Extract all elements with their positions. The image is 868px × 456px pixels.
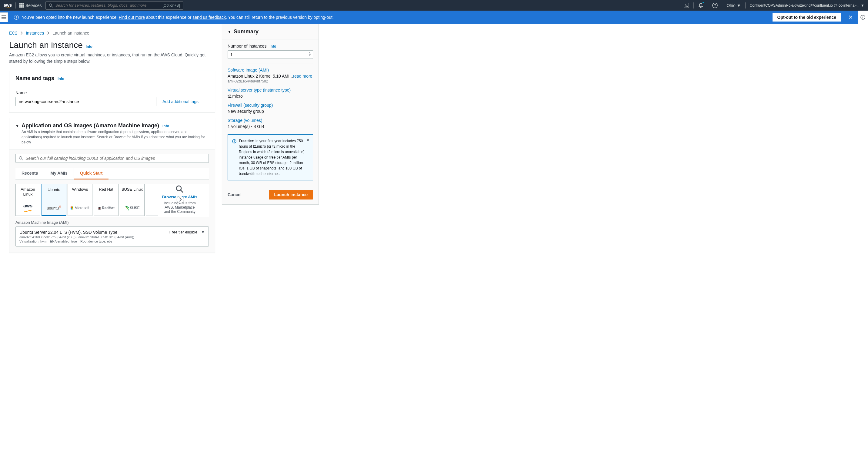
svg-line-15 — [181, 190, 183, 192]
chevron-right-icon — [179, 197, 182, 202]
selected-ami-ids: ami-02f3416038bdb17fb (64-bit (x86)) / a… — [20, 235, 134, 239]
os-tile-ubuntu[interactable]: Ubuntu ubuntu® — [41, 184, 66, 216]
info-link[interactable]: Info — [58, 77, 64, 81]
services-label: Services — [26, 3, 42, 8]
search-input[interactable] — [56, 3, 163, 7]
help-panel-toggle[interactable] — [858, 10, 868, 24]
hamburger-menu[interactable] — [0, 12, 8, 22]
add-additional-tags-link[interactable]: Add additional tags — [162, 99, 198, 104]
region-label: Ohio — [726, 3, 736, 8]
free-tier-text: In your first year includes 750 hours of… — [239, 139, 305, 176]
info-link[interactable]: Info — [86, 44, 92, 49]
action-row: Cancel Launch instance — [222, 185, 318, 204]
search-kbd-hint: [Option+S] — [163, 3, 180, 7]
collapse-caret-icon[interactable]: ▼ — [227, 30, 231, 34]
summary-firewall-value: New security group — [227, 109, 313, 114]
summary-ami-label[interactable]: Software Image (AMI) — [227, 68, 313, 72]
notifications-icon[interactable] — [698, 2, 704, 8]
chevron-right-icon — [20, 31, 23, 35]
chevron-down-icon: ▼ — [201, 230, 205, 234]
svg-rect-18 — [234, 141, 235, 143]
breadcrumb-instances[interactable]: Instances — [26, 31, 44, 35]
info-link[interactable]: Info — [270, 44, 276, 49]
page-description: Amazon EC2 allows you to create virtual … — [9, 52, 215, 65]
svg-line-1 — [52, 6, 53, 7]
name-tags-panel: Name and tags Info Name Add additional t… — [9, 71, 215, 113]
free-tier-bold: Free tier: — [239, 139, 254, 143]
banner-link-feedback[interactable]: send us feedback — [192, 15, 226, 20]
cloudshell-icon[interactable] — [684, 3, 689, 8]
divider — [722, 2, 722, 8]
os-tile-windows[interactable]: Windows Microsoft — [68, 184, 92, 216]
os-tile-more[interactable] — [146, 184, 158, 216]
close-icon[interactable]: ✕ — [306, 137, 310, 144]
cancel-button[interactable]: Cancel — [227, 192, 242, 197]
divider — [16, 2, 16, 8]
breadcrumb: EC2 Instances Launch an instance — [9, 31, 215, 35]
number-stepper-icon[interactable]: ▲▼ — [309, 51, 311, 57]
tab-my-amis[interactable]: My AMIs — [44, 168, 74, 179]
num-instances-input[interactable] — [227, 50, 313, 59]
summary-storage-label[interactable]: Storage (volumes) — [227, 118, 313, 123]
info-icon: i — [14, 15, 19, 20]
panel-header-name-tags: Name and tags Info — [9, 71, 215, 86]
info-icon — [232, 138, 237, 177]
help-icon[interactable] — [712, 3, 718, 8]
divider — [693, 2, 694, 8]
chevron-right-icon — [47, 31, 50, 35]
summary-type-value: t2.micro — [227, 94, 313, 98]
os-tile-row: Amazon Linux aws Ubuntu ubuntu® Windows … — [16, 184, 209, 217]
search-icon — [161, 184, 198, 193]
info-link[interactable]: Info — [162, 124, 169, 128]
os-tile-redhat[interactable]: Red Hat RedHat — [94, 184, 119, 216]
ami-panel: ▼ Application and OS Images (Amazon Mach… — [9, 118, 215, 253]
aws-logo[interactable]: aws — [4, 2, 12, 8]
region-selector[interactable]: Ohio ▼ — [726, 3, 741, 8]
summary-type-label[interactable]: Virtual server type (instance type) — [227, 88, 313, 92]
optout-button[interactable]: Opt-out to the old experience — [773, 13, 841, 22]
tab-recents[interactable]: Recents — [16, 168, 44, 179]
global-search[interactable]: [Option+S] — [45, 1, 183, 10]
launch-instance-button[interactable]: Launch instance — [269, 190, 313, 200]
banner-text: You've been opted into the new launch ex… — [22, 15, 334, 20]
summary-ami-value: Amazon Linux 2 Kernel 5.10 AMI...read mo… — [227, 74, 313, 79]
svg-point-0 — [49, 4, 52, 6]
ubuntu-logo-icon: ubuntu® — [47, 203, 61, 212]
divider — [708, 2, 708, 8]
ami-tabs: Recents My AMIs Quick Start — [16, 168, 209, 180]
account-menu[interactable]: ConfluentCOPSAdminRole/dwittekind@conflu… — [750, 3, 864, 7]
svg-rect-11 — [863, 17, 863, 19]
summary-column: ▼ Summary Number of instances Info ▲▼ So… — [222, 24, 319, 258]
panel-header-ami: ▼ Application and OS Images (Amazon Mach… — [9, 118, 215, 149]
ami-description: An AMI is a template that contains the s… — [22, 129, 209, 145]
free-tier-badge: Free tier eligible — [169, 230, 197, 234]
svg-point-14 — [176, 186, 181, 191]
divider — [227, 63, 313, 63]
summary-storage-value: 1 volume(s) - 8 GiB — [227, 124, 313, 129]
breadcrumb-current: Launch an instance — [53, 31, 89, 35]
read-more-link[interactable]: read more — [293, 74, 312, 79]
ami-select-dropdown[interactable]: Ubuntu Server 22.04 LTS (HVM), SSD Volum… — [16, 226, 209, 246]
ami-search-input[interactable] — [26, 156, 206, 161]
ami-search[interactable] — [16, 154, 209, 163]
instance-name-input[interactable] — [16, 97, 156, 106]
tab-quick-start[interactable]: Quick Start — [74, 168, 109, 180]
os-tile-amazon-linux[interactable]: Amazon Linux aws — [16, 184, 40, 216]
svg-line-13 — [22, 159, 23, 160]
page-title: Launch an instance — [9, 40, 83, 50]
account-label: ConfluentCOPSAdminRole/dwittekind@conflu… — [750, 3, 860, 7]
summary-firewall-label[interactable]: Firewall (security group) — [227, 103, 313, 108]
collapse-caret-icon[interactable]: ▼ — [16, 124, 19, 128]
services-menu[interactable]: Services — [20, 3, 42, 8]
banner-link-findout[interactable]: Find out more — [119, 15, 145, 20]
breadcrumb-ec2[interactable]: EC2 — [9, 31, 17, 35]
free-tier-notice: Free tier: In your first year includes 7… — [227, 134, 313, 180]
close-icon[interactable]: ✕ — [848, 14, 853, 21]
svg-point-5 — [715, 6, 715, 7]
left-column: EC2 Instances Launch an instance Launch … — [9, 24, 215, 258]
ami-select-label: Amazon Machine Image (AMI) — [16, 220, 209, 225]
summary-ami-id: ami-02d1e544b84bf7502 — [227, 79, 313, 83]
summary-header: ▼ Summary — [222, 24, 318, 39]
os-tile-suse[interactable]: SUSE Linux SUSE — [120, 184, 145, 216]
redhat-logo-icon: RedHat — [98, 204, 115, 213]
